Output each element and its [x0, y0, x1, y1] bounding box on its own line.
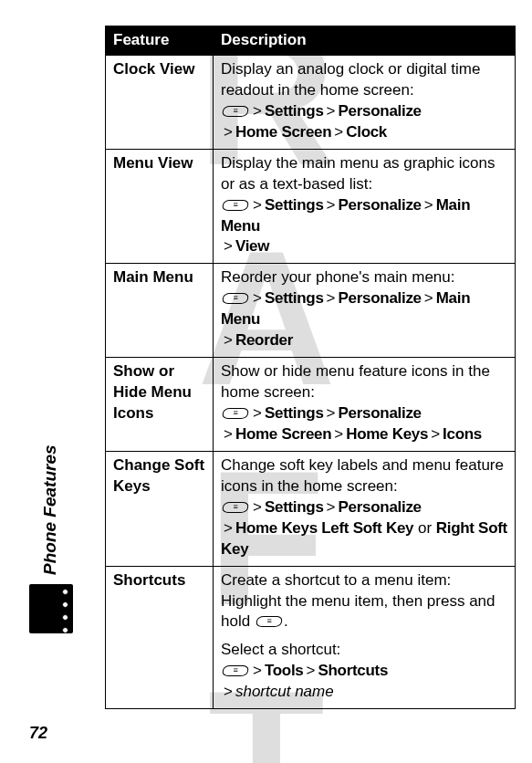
description-extra: Select a shortcut: — [221, 640, 507, 661]
feature-cell: Main Menu — [106, 264, 214, 358]
menu-key-icon — [222, 502, 249, 513]
menu-path: >Settings>Personalize>Home Keys Left Sof… — [221, 497, 507, 560]
header-feature: Feature — [106, 26, 214, 56]
menu-path-item: Settings — [265, 102, 324, 120]
feature-cell: Shortcuts — [106, 566, 214, 709]
path-separator: > — [334, 123, 343, 141]
feature-table: Feature Description Clock ViewDisplay an… — [105, 26, 516, 709]
path-separator: > — [253, 662, 262, 679]
path-separator: > — [253, 102, 262, 120]
menu-path-item: View — [235, 237, 269, 255]
description-cell: Display an analog clock or digital time … — [214, 55, 516, 149]
menu-path-item: Reorder — [235, 331, 293, 349]
path-separator: > — [327, 196, 336, 214]
menu-path-item: Personalize — [339, 102, 422, 120]
table-row: Menu ViewDisplay the main menu as graphi… — [106, 149, 516, 264]
feature-cell: Show or Hide Menu Icons — [106, 358, 214, 452]
menu-path-item: Personalize — [339, 498, 422, 516]
table-row: Clock ViewDisplay an analog clock or dig… — [106, 55, 516, 149]
menu-path-item: Home Keys Left Soft Key — [235, 519, 413, 537]
menu-path-placeholder: shortcut name — [235, 683, 334, 700]
menu-key-icon — [222, 106, 249, 117]
menu-path-item: Home Screen — [235, 123, 331, 141]
menu-path-item: Settings — [265, 404, 324, 422]
table-row: Change Soft KeysChange soft key labels a… — [106, 451, 516, 566]
menu-key-icon — [222, 665, 249, 676]
path-separator: > — [327, 404, 336, 422]
menu-path-item: Icons — [443, 425, 482, 443]
menu-path-item: Settings — [265, 289, 324, 307]
description-cell: Show or hide menu feature icons in the h… — [214, 358, 516, 452]
menu-key-icon — [222, 293, 249, 304]
menu-path-item: Settings — [265, 196, 324, 214]
menu-path-item: Tools — [265, 662, 304, 679]
path-separator: > — [224, 237, 233, 255]
description-cell: Change soft key labels and menu feature … — [214, 451, 516, 566]
feature-cell: Clock View — [106, 55, 214, 149]
feature-cell: Change Soft Keys — [106, 451, 214, 566]
path-separator: > — [431, 425, 440, 443]
path-separator: > — [327, 498, 336, 516]
description-intro: Change soft key labels and menu feature … — [221, 455, 507, 497]
menu-path-item: Settings — [265, 498, 324, 516]
path-separator: > — [424, 289, 433, 307]
description-intro: Reorder your phone's main menu: — [221, 267, 507, 288]
path-separator: > — [424, 196, 433, 214]
menu-key-icon — [256, 616, 283, 627]
menu-path: >Settings>Personalize>Home Screen>Clock — [221, 101, 507, 143]
table-row: ShortcutsCreate a shortcut to a menu ite… — [106, 566, 516, 709]
feature-cell: Menu View — [106, 149, 214, 264]
table-row: Main MenuReorder your phone's main menu:… — [106, 264, 516, 358]
description-cell: Reorder your phone's main menu:>Settings… — [214, 264, 516, 358]
section-label: Phone Features — [40, 444, 60, 575]
table-row: Show or Hide Menu IconsShow or hide menu… — [106, 358, 516, 452]
menu-path-item: Clock — [346, 123, 387, 141]
description-intro: Create a shortcut to a menu item: Highli… — [221, 570, 507, 633]
path-separator: > — [327, 289, 336, 307]
menu-path: >Settings>Personalize>Home Screen>Home K… — [221, 403, 507, 445]
menu-key-icon — [222, 200, 249, 211]
menu-path-item: Shortcuts — [318, 662, 388, 679]
description-cell: Create a shortcut to a menu item: Highli… — [214, 566, 516, 709]
path-separator: > — [224, 331, 233, 349]
menu-path: >Tools>Shortcuts>shortcut name — [221, 661, 507, 703]
menu-path-item: Personalize — [339, 196, 422, 214]
menu-path: >Settings>Personalize>Main Menu>Reorder — [221, 288, 507, 351]
menu-path-item: Personalize — [339, 289, 422, 307]
path-separator: > — [253, 404, 262, 422]
page-content: Feature Description Clock ViewDisplay an… — [0, 0, 532, 763]
menu-key-icon — [222, 408, 249, 419]
menu-path-item: Home Keys — [346, 425, 428, 443]
description-intro: Display the main menu as graphic icons o… — [221, 153, 507, 195]
thumb-tab-dots — [62, 589, 68, 633]
path-separator: > — [253, 196, 262, 214]
path-separator: > — [224, 425, 233, 443]
path-separator: > — [253, 498, 262, 516]
header-description: Description — [214, 26, 516, 56]
description-intro: Display an analog clock or digital time … — [221, 59, 507, 101]
menu-path-item: Personalize — [339, 404, 422, 422]
page-number: 72 — [29, 724, 47, 743]
path-separator: > — [253, 289, 262, 307]
path-separator: > — [307, 662, 316, 679]
path-separator: > — [224, 519, 233, 537]
path-separator: > — [327, 102, 336, 120]
menu-path-item: Home Screen — [235, 425, 331, 443]
description-intro: Show or hide menu feature icons in the h… — [221, 361, 507, 403]
path-separator: > — [224, 123, 233, 141]
description-cell: Display the main menu as graphic icons o… — [214, 149, 516, 264]
path-text: or — [413, 519, 436, 537]
path-separator: > — [224, 683, 233, 700]
menu-path: >Settings>Personalize>Main Menu>View — [221, 195, 507, 258]
path-separator: > — [334, 425, 343, 443]
